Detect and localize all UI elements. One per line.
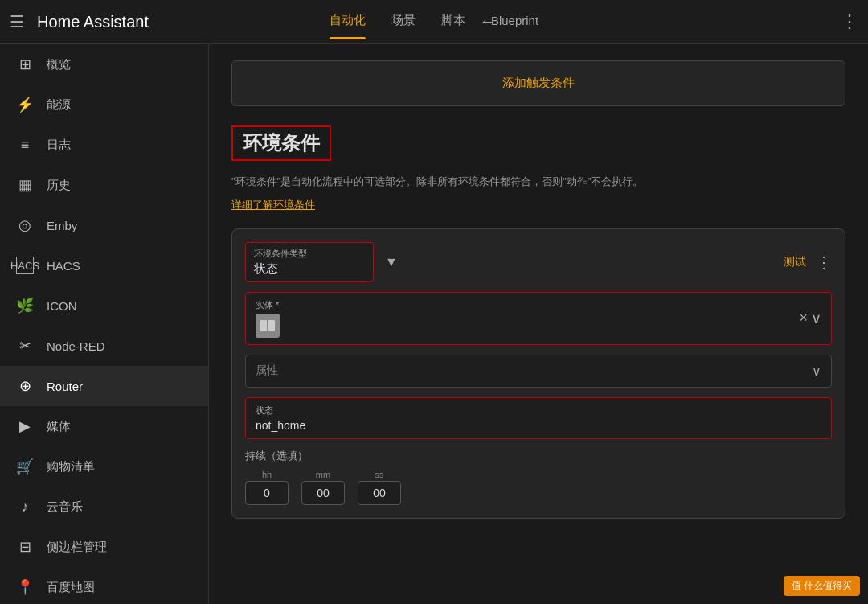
nav-script[interactable]: 脚本 bbox=[441, 13, 465, 31]
sidebar-mgmt-icon: ⊟ bbox=[16, 538, 34, 556]
test-button[interactable]: 测试 bbox=[784, 255, 806, 269]
baidu-map-icon: 📍 bbox=[16, 578, 34, 596]
sidebar-label-energy: 能源 bbox=[47, 97, 71, 113]
duration-hh-group: hh bbox=[245, 470, 289, 505]
hacs-icon: HACS bbox=[16, 257, 34, 274]
menu-icon[interactable]: ☰ bbox=[10, 12, 24, 31]
energy-icon: ⚡ bbox=[16, 96, 34, 113]
sidebar-label-baidu-map: 百度地图 bbox=[47, 580, 95, 595]
sidebar-item-overview[interactable]: ⊞ 概览 bbox=[0, 44, 208, 84]
sidebar-label-node-red: Node-RED bbox=[47, 339, 105, 353]
duration-ss-label: ss bbox=[375, 470, 384, 479]
section-description: "环境条件"是自动化流程中的可选部分。除非所有环境条件都符合，否则"动作"不会执… bbox=[231, 174, 845, 191]
logs-icon: ≡ bbox=[16, 136, 34, 154]
history-icon: ▦ bbox=[16, 176, 34, 194]
entity-dropdown-icon[interactable]: ∨ bbox=[811, 310, 821, 327]
sidebar-label-hacs: HACS bbox=[47, 259, 80, 273]
sidebar-item-media[interactable]: ▶ 媒体 bbox=[0, 406, 208, 446]
duration-ss-input[interactable] bbox=[358, 481, 401, 505]
condition-type-arrow-icon: ▼ bbox=[385, 255, 398, 269]
sidebar-label-shopping: 购物清单 bbox=[47, 459, 95, 475]
nav-automation[interactable]: 自动化 bbox=[330, 13, 366, 31]
emby-icon: ◎ bbox=[16, 216, 34, 234]
duration-section: 持续（选填） hh mm ss bbox=[245, 449, 832, 505]
router-icon: ⊕ bbox=[16, 377, 34, 395]
music-icon: ♪ bbox=[16, 498, 34, 516]
sidebar: ⊞ 概览 ⚡ 能源 ≡ 日志 ▦ 历史 ◎ Emby HACS HACS 🌿 I… bbox=[0, 44, 209, 604]
section-link[interactable]: 详细了解环境条件 bbox=[231, 198, 315, 212]
section-title: 环境条件 bbox=[243, 132, 320, 154]
entity-field[interactable]: 实体 * × ∨ bbox=[245, 292, 832, 345]
card-top-row: 环境条件类型 状态 ▼ 测试 ⋮ bbox=[245, 242, 832, 282]
svg-rect-1 bbox=[268, 320, 275, 331]
card-actions: 测试 ⋮ bbox=[784, 253, 832, 272]
condition-type-label: 环境条件类型 bbox=[254, 248, 365, 260]
duration-label: 持续（选填） bbox=[245, 449, 832, 463]
sidebar-item-history[interactable]: ▦ 历史 bbox=[0, 165, 208, 205]
sidebar-label-overview: 概览 bbox=[47, 57, 71, 72]
entity-clear-buttons[interactable]: × ∨ bbox=[799, 310, 821, 327]
condition-card: 环境条件类型 状态 ▼ 测试 ⋮ 实体 * bbox=[231, 228, 845, 519]
condition-type-select[interactable]: 环境条件类型 状态 bbox=[245, 242, 374, 282]
section-header-box: 环境条件 bbox=[231, 125, 331, 161]
sidebar-label-logs: 日志 bbox=[47, 138, 71, 153]
icon-icon: 🌿 bbox=[16, 297, 34, 314]
content-area: 添加触发条件 环境条件 "环境条件"是自动化流程中的可选部分。除非所有环境条件都… bbox=[209, 44, 868, 604]
main-nav: 自动化 场景 脚本 Blueprint bbox=[330, 13, 538, 31]
sidebar-item-logs[interactable]: ≡ 日志 bbox=[0, 125, 208, 165]
sidebar-item-router[interactable]: ⊕ Router bbox=[0, 366, 208, 406]
attribute-label: 属性 bbox=[256, 364, 278, 378]
media-icon: ▶ bbox=[16, 417, 34, 435]
state-field-label: 状态 bbox=[256, 405, 821, 417]
entity-clear-icon[interactable]: × bbox=[799, 310, 808, 327]
duration-mm-group: mm bbox=[301, 470, 345, 505]
app-header: ☰ Home Assistant ← 自动化 场景 脚本 Blueprint ⋮ bbox=[0, 0, 868, 44]
entity-icon bbox=[256, 314, 280, 338]
condition-type-wrapper: 环境条件类型 状态 ▼ bbox=[245, 242, 784, 282]
attribute-field[interactable]: 属性 ∨ bbox=[245, 355, 832, 388]
nav-blueprint[interactable]: Blueprint bbox=[491, 14, 538, 31]
header-more-icon[interactable]: ⋮ bbox=[841, 11, 858, 32]
duration-ss-group: ss bbox=[358, 470, 401, 505]
entity-label: 实体 * bbox=[256, 299, 280, 311]
card-more-button[interactable]: ⋮ bbox=[816, 253, 832, 272]
sidebar-label-media: 媒体 bbox=[47, 419, 71, 434]
shopping-icon: 🛒 bbox=[16, 458, 34, 475]
entity-icon-row bbox=[256, 314, 280, 338]
app-title: Home Assistant bbox=[37, 13, 149, 31]
sidebar-label-history: 历史 bbox=[47, 178, 71, 193]
state-field-value: not_home bbox=[256, 419, 821, 432]
condition-type-value: 状态 bbox=[254, 261, 365, 277]
nav-scene[interactable]: 场景 bbox=[391, 13, 416, 31]
entity-field-content: 实体 * bbox=[256, 299, 280, 338]
duration-mm-input[interactable] bbox=[301, 481, 345, 505]
duration-inputs: hh mm ss bbox=[245, 470, 832, 505]
node-red-icon: ✂ bbox=[16, 337, 34, 355]
sidebar-label-router: Router bbox=[47, 380, 83, 393]
sidebar-item-baidu-map[interactable]: 📍 百度地图 bbox=[0, 567, 208, 604]
add-trigger-button[interactable]: 添加触发条件 bbox=[231, 60, 845, 106]
sidebar-item-music[interactable]: ♪ 云音乐 bbox=[0, 487, 208, 527]
duration-hh-input[interactable] bbox=[245, 481, 289, 505]
state-field[interactable]: 状态 not_home bbox=[245, 397, 832, 439]
watermark: 值 什么值得买 bbox=[784, 576, 860, 596]
sidebar-label-icon: ICON bbox=[47, 299, 77, 313]
sidebar-item-emby[interactable]: ◎ Emby bbox=[0, 205, 208, 245]
duration-mm-label: mm bbox=[316, 470, 330, 479]
sidebar-item-energy[interactable]: ⚡ 能源 bbox=[0, 84, 208, 125]
overview-icon: ⊞ bbox=[16, 55, 34, 73]
sidebar-item-sidebar-mgmt[interactable]: ⊟ 侧边栏管理 bbox=[0, 527, 208, 567]
sidebar-label-emby: Emby bbox=[47, 219, 77, 232]
sidebar-item-icon[interactable]: 🌿 ICON bbox=[0, 286, 208, 326]
sidebar-label-music: 云音乐 bbox=[47, 499, 83, 515]
sidebar-item-hacs[interactable]: HACS HACS bbox=[0, 245, 208, 286]
attribute-arrow-icon: ∨ bbox=[812, 364, 821, 379]
duration-hh-label: hh bbox=[262, 470, 272, 479]
sidebar-item-shopping[interactable]: 🛒 购物清单 bbox=[0, 446, 208, 487]
sidebar-item-node-red[interactable]: ✂ Node-RED bbox=[0, 326, 208, 366]
svg-rect-0 bbox=[260, 320, 267, 331]
main-layout: ⊞ 概览 ⚡ 能源 ≡ 日志 ▦ 历史 ◎ Emby HACS HACS 🌿 I… bbox=[0, 44, 868, 604]
sidebar-label-sidebar-mgmt: 侧边栏管理 bbox=[47, 540, 107, 555]
